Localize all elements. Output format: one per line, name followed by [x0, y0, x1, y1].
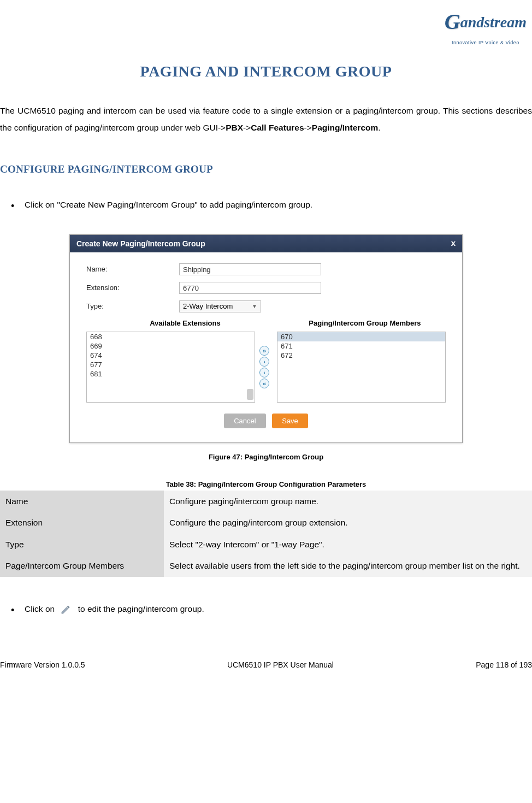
- move-all-left-icon[interactable]: «: [259, 379, 269, 388]
- list-item[interactable]: 668: [87, 332, 255, 341]
- type-select-value: 2-Way Intercom: [183, 302, 233, 310]
- extension-input[interactable]: 6770: [179, 282, 321, 294]
- intro-bold-paging: Paging/Intercom: [312, 123, 378, 132]
- param-desc: Select available users from the left sid…: [164, 555, 532, 576]
- param-name: Name: [0, 491, 164, 512]
- param-desc: Configure the paging/intercom group exte…: [164, 512, 532, 533]
- table-row: Name Configure paging/intercom group nam…: [0, 491, 532, 512]
- bullet-create-group: Click on "Create New Paging/Intercom Gro…: [11, 197, 532, 212]
- pencil-icon: [60, 605, 72, 615]
- bullet-edit-group: Click on to edit the paging/intercom gro…: [11, 601, 532, 617]
- logo-tagline: Innovative IP Voice & Video: [452, 40, 519, 45]
- parameters-table: Name Configure paging/intercom group nam…: [0, 491, 532, 577]
- section-heading: CONFIGURE PAGING/INTERCOM GROUP: [0, 163, 532, 175]
- page-footer: Firmware Version 1.0.0.5 UCM6510 IP PBX …: [0, 639, 532, 669]
- bullet-text: Click on: [25, 604, 55, 613]
- move-left-icon[interactable]: ‹: [259, 368, 269, 377]
- dialog-screenshot: Create New Paging/Intercom Group x Name:…: [69, 234, 463, 443]
- intro-arrow: ->: [243, 123, 251, 132]
- param-name: Type: [0, 534, 164, 555]
- param-desc: Configure paging/intercom group name.: [164, 491, 532, 512]
- chevron-down-icon: ▼: [252, 303, 257, 309]
- brand-logo: Gandstream Innovative IP Voice & Video: [0, 11, 532, 46]
- list-item[interactable]: 671: [277, 341, 445, 351]
- figure-caption: Figure 47: Paging/Intercom Group: [0, 453, 532, 461]
- footer-version: Firmware Version 1.0.0.5: [0, 660, 85, 669]
- param-name: Extension: [0, 512, 164, 533]
- cancel-button[interactable]: Cancel: [224, 414, 265, 428]
- logo-main: andstream: [460, 14, 527, 31]
- label-type: Type:: [86, 302, 179, 310]
- list-item[interactable]: 674: [87, 351, 255, 360]
- label-extension: Extension:: [86, 284, 179, 292]
- move-all-right-icon[interactable]: »: [259, 346, 269, 356]
- bullet-text: to edit the paging/intercom group.: [78, 604, 204, 613]
- param-name: Page/Intercom Group Members: [0, 555, 164, 576]
- intro-bold-pbx: PBX: [226, 123, 243, 132]
- available-extensions-list[interactable]: 668 669 674 677 681: [86, 332, 255, 403]
- label-name: Name:: [86, 265, 179, 273]
- list-item[interactable]: 681: [87, 369, 255, 379]
- list-item[interactable]: 672: [277, 351, 445, 360]
- param-desc: Select "2-way Intercom" or "1-way Page".: [164, 534, 532, 555]
- column-header-available: Available Extensions: [86, 319, 284, 327]
- list-item[interactable]: 669: [87, 341, 255, 351]
- dialog-title: Create New Paging/Intercom Group: [76, 239, 205, 248]
- column-header-members: Paging/Intercom Group Members: [284, 319, 446, 327]
- close-icon[interactable]: x: [451, 238, 456, 247]
- save-button[interactable]: Save: [272, 414, 308, 428]
- table-row: Page/Intercom Group Members Select avail…: [0, 555, 532, 576]
- table-row: Type Select "2-way Intercom" or "1-way P…: [0, 534, 532, 555]
- name-input[interactable]: Shipping: [179, 263, 321, 275]
- table-caption: Table 38: Paging/Intercom Group Configur…: [0, 480, 532, 488]
- intro-paragraph: The UCM6510 paging and intercom can be u…: [0, 102, 532, 136]
- footer-page: Page 118 of 193: [476, 660, 532, 669]
- dialog-title-bar: Create New Paging/Intercom Group x: [70, 235, 462, 252]
- table-row: Extension Configure the paging/intercom …: [0, 512, 532, 533]
- logo-g: G: [445, 9, 460, 34]
- intro-arrow: ->: [304, 123, 312, 132]
- footer-title: UCM6510 IP PBX User Manual: [227, 660, 334, 669]
- intro-bold-call-features: Call Features: [251, 123, 304, 132]
- intro-end: .: [378, 123, 380, 132]
- move-right-icon[interactable]: ›: [259, 357, 269, 367]
- type-select[interactable]: 2-Way Intercom ▼: [179, 300, 261, 312]
- page-title: PAGING AND INTERCOM GROUP: [0, 63, 532, 80]
- group-members-list[interactable]: 670 671 672: [277, 332, 446, 403]
- list-item[interactable]: 670: [277, 332, 445, 341]
- scrollbar[interactable]: [247, 389, 253, 400]
- list-item[interactable]: 677: [87, 360, 255, 369]
